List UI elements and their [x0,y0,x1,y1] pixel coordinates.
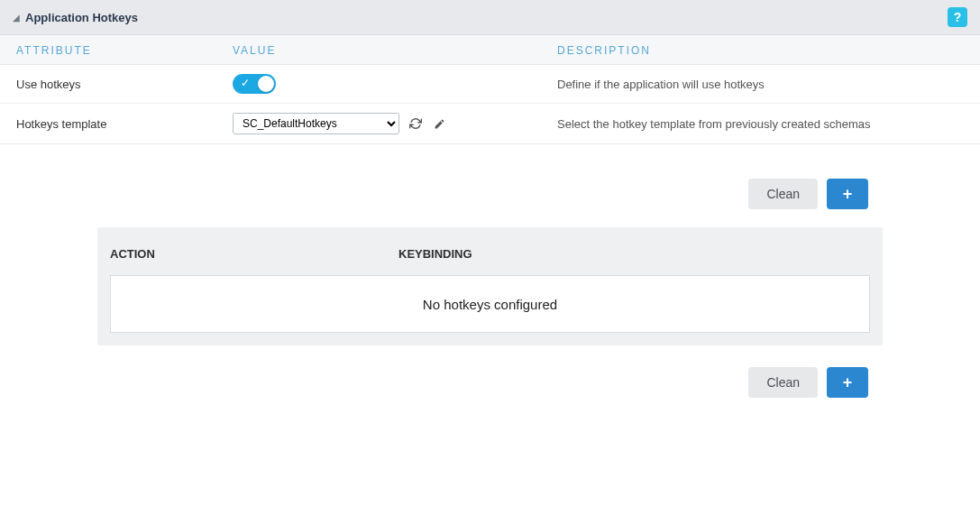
panel-title-wrap[interactable]: ◢ Application Hotkeys [13,11,138,24]
hotkeys-template-select[interactable]: SC_DefaultHotkeys [233,113,399,134]
settings-column-headers: ATTRIBUTE VALUE DESCRIPTION [0,35,980,65]
hotkeys-panel: ACTION KEYBINDING No hotkeys configured [97,227,883,345]
clean-button[interactable]: Clean [748,179,818,209]
hotkeys-empty-state: No hotkeys configured [110,275,870,333]
hotkeys-empty-message: No hotkeys configured [423,297,557,312]
hotkeys-headers: ACTION KEYBINDING [97,227,883,275]
add-button[interactable]: + [827,179,868,209]
add-button[interactable]: + [827,367,868,398]
edit-icon[interactable] [432,116,446,131]
toggle-knob [258,76,274,92]
column-header-description: DESCRIPTION [557,44,964,57]
clean-button[interactable]: Clean [748,367,818,398]
actions-bar-bottom: Clean + [0,345,980,434]
setting-label: Hotkeys template [16,117,233,131]
help-button[interactable]: ? [948,7,967,27]
column-header-value: VALUE [233,44,557,57]
setting-row-hotkeys-template: Hotkeys template SC_DefaultHotkeys Selec… [0,104,980,144]
actions-bar-top: Clean + [0,144,980,227]
setting-row-use-hotkeys: Use hotkeys ✓ Define if the application … [0,65,980,104]
use-hotkeys-toggle[interactable]: ✓ [233,74,276,94]
setting-description: Select the hotkey template from previous… [557,117,964,131]
hotkeys-header-action: ACTION [110,247,398,261]
help-icon: ? [954,10,962,24]
setting-label: Use hotkeys [16,78,233,91]
panel-header: ◢ Application Hotkeys ? [0,0,980,35]
setting-description: Define if the application will use hotke… [557,78,964,91]
column-header-attribute: ATTRIBUTE [16,44,233,57]
collapse-triangle-icon[interactable]: ◢ [13,13,20,23]
refresh-icon[interactable] [408,116,423,131]
check-icon: ✓ [241,77,250,89]
panel-title: Application Hotkeys [25,11,138,24]
hotkeys-header-keybinding: KEYBINDING [398,247,870,261]
